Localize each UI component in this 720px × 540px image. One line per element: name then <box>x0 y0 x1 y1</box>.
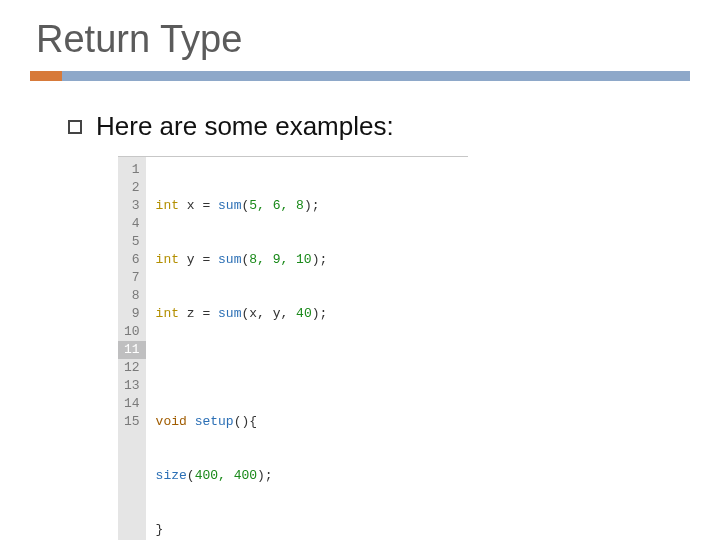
code-line: int z = sum(x, y, 40); <box>156 305 468 323</box>
line-number-active: 11 <box>118 341 146 359</box>
line-number: 8 <box>124 287 140 305</box>
line-number: 9 <box>124 305 140 323</box>
line-number: 5 <box>124 233 140 251</box>
code-line: void setup(){ <box>156 413 468 431</box>
line-number: 10 <box>124 323 140 341</box>
code-body: int x = sum(5, 6, 8); int y = sum(8, 9, … <box>146 157 468 540</box>
line-number: 14 <box>124 395 140 413</box>
title-rule <box>30 71 690 81</box>
line-number: 2 <box>124 179 140 197</box>
line-number: 4 <box>124 215 140 233</box>
line-number: 3 <box>124 197 140 215</box>
code-line: } <box>156 521 468 539</box>
line-gutter: 1 2 3 4 5 6 7 8 9 10 11 12 13 14 15 <box>118 157 146 540</box>
line-number: 15 <box>124 413 140 431</box>
code-line: size(400, 400); <box>156 467 468 485</box>
bullet-icon <box>68 120 82 134</box>
rule-accent <box>30 71 62 81</box>
line-number: 12 <box>124 359 140 377</box>
bullet-item: Here are some examples: <box>68 111 690 142</box>
line-number: 1 <box>124 161 140 179</box>
slide: Return Type Here are some examples: 1 2 … <box>0 0 720 540</box>
line-number: 6 <box>124 251 140 269</box>
bullet-text: Here are some examples: <box>96 111 394 142</box>
code-line: int x = sum(5, 6, 8); <box>156 197 468 215</box>
code-line <box>156 359 468 377</box>
line-number: 13 <box>124 377 140 395</box>
code-line: int y = sum(8, 9, 10); <box>156 251 468 269</box>
rule-main <box>62 71 690 81</box>
slide-body: Here are some examples: 1 2 3 4 5 6 7 8 … <box>68 111 690 540</box>
line-number: 7 <box>124 269 140 287</box>
slide-title: Return Type <box>36 18 690 61</box>
code-editor: 1 2 3 4 5 6 7 8 9 10 11 12 13 14 15 int … <box>118 156 468 540</box>
